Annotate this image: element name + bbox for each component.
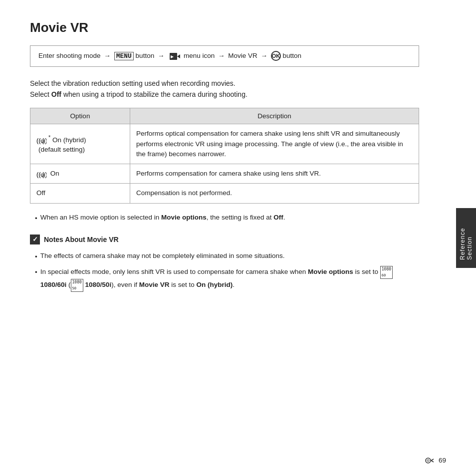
note-bullet-2: • [35, 267, 37, 291]
description-cell-off: Compensation is not performed. [130, 184, 419, 203]
note-1080-60-text: 1080/60i [40, 281, 67, 288]
note-bullet-1: • [35, 251, 37, 262]
svg-line-12 [431, 461, 434, 462]
svg-line-11 [431, 459, 434, 461]
svg-point-9 [426, 458, 431, 463]
nav-arrow-4: → [261, 52, 268, 59]
nav-arrow-1: → [104, 52, 111, 59]
bullet-item-hs: • When an HS movie option is selected in… [35, 213, 419, 224]
description-cell-on: Performs compensation for camera shake u… [130, 164, 419, 184]
bullet-text-hs: When an HS movie option is selected in M… [40, 213, 285, 224]
intro-off-bold: Off [51, 90, 61, 98]
note-item-1: • The effects of camera shake may not be… [35, 250, 419, 262]
note-item-2: • In special effects mode, only lens shi… [35, 266, 419, 291]
nav-menu-icon-label: menu icon [184, 52, 217, 59]
svg-text:▶: ▶ [171, 54, 174, 59]
table-row: Off Compensation is not performed. [30, 184, 419, 203]
off-bold: Off [273, 214, 283, 221]
ref-section-label: Reference Section [459, 216, 473, 260]
note-movie-vr-bold: Movie VR [139, 281, 170, 288]
option-default-label: (default setting) [38, 146, 85, 153]
nav-arrow-2: → [158, 52, 165, 59]
nav-enter-text: Enter shooting mode [38, 52, 101, 59]
note-1080-50-text: 1080/50i [85, 281, 112, 288]
reference-section-tab: Reference Section [456, 208, 476, 268]
nav-button-text-2: button [283, 52, 302, 59]
movie-menu-icon: ▶ [169, 51, 180, 61]
table-row: (( ψ )) On Performs compensation for cam… [30, 164, 419, 184]
notes-header: ✓ Notes About Movie VR [30, 235, 419, 244]
svg-text:)): )) [43, 137, 46, 144]
nav-arrow-3: → [218, 52, 225, 59]
option-cell-hybrid: (( ψ )) * On (hybrid) (default setting) [30, 124, 130, 164]
check-icon: ✓ [30, 235, 40, 244]
bullet-notes: • When an HS movie option is selected in… [30, 213, 419, 224]
ok-button-icon: OK [271, 51, 281, 61]
description-cell-hybrid: Performs optical compensation for camera… [130, 124, 419, 164]
page-title: Movie VR [30, 20, 419, 35]
option-on-label: On [50, 170, 59, 177]
option-cell-off: Off [30, 184, 130, 203]
svg-text:)): )) [43, 171, 46, 178]
notes-bullets: • The effects of camera shake may not be… [30, 250, 419, 292]
hybrid-star: * [48, 134, 50, 140]
intro-line2: Select Off when using a tripod to stabil… [30, 89, 419, 100]
menu-button-label: MENU [114, 52, 134, 60]
col-description-header: Description [130, 108, 419, 124]
note-on-hybrid-bold: On (hybrid) [196, 281, 233, 288]
vr-on-icon: (( ψ )) [36, 169, 46, 179]
table-row: (( ψ )) * On (hybrid) (default setting) … [30, 124, 419, 164]
col-option-header: Option [30, 108, 130, 124]
intro-text: Select the vibration reduction setting u… [30, 78, 419, 100]
page-number-area: 69 [425, 456, 446, 464]
notes-section: ✓ Notes About Movie VR • The effects of … [30, 235, 419, 292]
options-table: Option Description (( ψ )) * On (hybrid)… [30, 108, 419, 203]
icon-1080-60: 108060 [380, 266, 393, 279]
camera-page-icon [425, 456, 437, 464]
notes-title: Notes About Movie VR [44, 236, 119, 243]
vr-hybrid-icon: (( ψ )) [36, 135, 46, 145]
nav-instruction-box: Enter shooting mode → MENU button → ▶ me… [30, 45, 419, 67]
note-text-1: The effects of camera shake may not be c… [40, 250, 285, 262]
bullet-dot: • [35, 214, 37, 224]
intro-suffix: when using a tripod to stabilize the cam… [61, 90, 247, 98]
intro-line1: Select the vibration reduction setting u… [30, 78, 419, 89]
icon-1080-50: 108050 [71, 279, 83, 292]
nav-button-text-1: button [136, 52, 156, 59]
note-movie-options-bold: Movie options [308, 268, 353, 276]
nav-movie-vr: Movie VR [228, 52, 257, 59]
page-number: 69 [439, 457, 446, 464]
movie-options-bold: Movie options [161, 214, 207, 221]
option-on-hybrid-label: On (hybrid) [52, 136, 86, 143]
option-cell-on: (( ψ )) On [30, 164, 130, 184]
note-text-2: In special effects mode, only lens shift… [40, 266, 419, 291]
intro-select: Select [30, 90, 51, 98]
svg-marker-1 [177, 54, 180, 58]
svg-point-10 [427, 460, 429, 462]
